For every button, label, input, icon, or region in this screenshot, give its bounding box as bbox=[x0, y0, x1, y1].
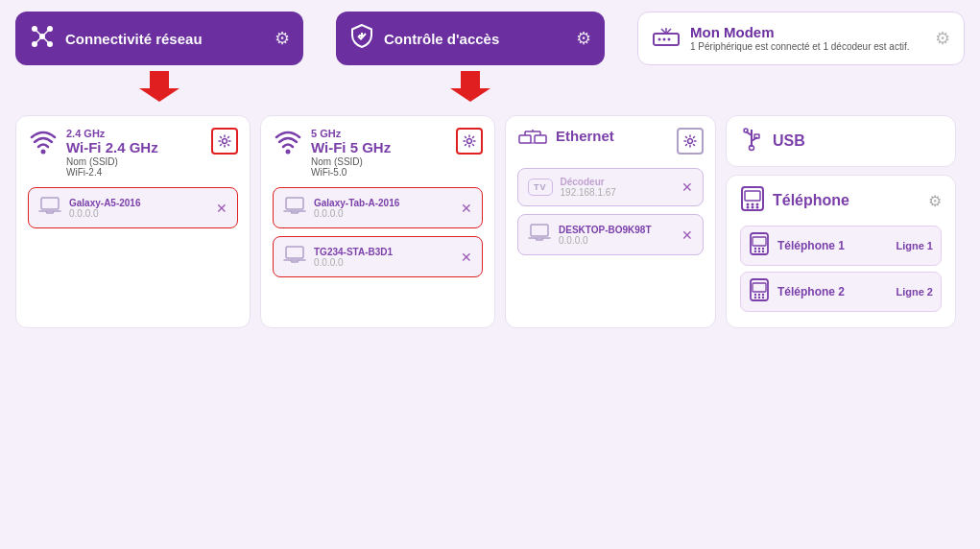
svg-point-37 bbox=[744, 129, 748, 132]
device-galaxy-tab-name: Galaxy-Tab-A-2016 bbox=[314, 198, 453, 208]
modem-gear-icon[interactable]: ⚙ bbox=[935, 28, 950, 49]
svg-point-13 bbox=[663, 38, 666, 41]
device-galaxy-a5-close[interactable]: ✕ bbox=[216, 201, 227, 216]
svg-point-39 bbox=[750, 146, 754, 151]
arrow2-container bbox=[336, 71, 605, 102]
device-tg234-info: TG234-STA-B3D1 0.0.0.0 bbox=[314, 247, 453, 268]
device-galaxy-tab-ip: 0.0.0.0 bbox=[314, 208, 453, 219]
telephone-2-line: Ligne 2 bbox=[896, 286, 933, 298]
ethernet-title-block: Ethernet bbox=[556, 128, 669, 145]
svg-rect-41 bbox=[745, 191, 760, 201]
shield-icon bbox=[349, 23, 374, 54]
svg-point-53 bbox=[754, 251, 756, 252]
device-tg234-name: TG234-STA-B3D1 bbox=[314, 247, 453, 257]
device-decodeur-name: Décodeur bbox=[561, 177, 674, 187]
wifi5-name: WiFi-5.0 bbox=[311, 167, 448, 178]
device-desktop-info: DESKTOP-BO9K98T 0.0.0.0 bbox=[559, 225, 674, 246]
laptop-icon-2 bbox=[283, 196, 306, 220]
device-tg234: TG234-STA-B3D1 0.0.0.0 ✕ bbox=[273, 236, 483, 277]
telephone-line-1: Téléphone 1 Ligne 1 bbox=[740, 226, 942, 266]
svg-rect-24 bbox=[286, 247, 303, 258]
svg-point-19 bbox=[223, 139, 227, 144]
svg-point-42 bbox=[747, 203, 750, 206]
telephone-panel: Téléphone ⚙ Téléph bbox=[726, 175, 956, 328]
usb-panel: USB bbox=[726, 115, 956, 167]
svg-point-54 bbox=[758, 251, 760, 252]
wifi24-title: Wi-Fi 2.4 GHz bbox=[66, 139, 203, 156]
arrow-down-1 bbox=[139, 71, 179, 102]
device-decodeur-ip: 192.168.1.67 bbox=[561, 187, 674, 198]
svg-point-52 bbox=[762, 248, 764, 250]
svg-point-62 bbox=[758, 297, 760, 298]
svg-point-32 bbox=[688, 139, 693, 144]
tv-icon: TV bbox=[528, 179, 553, 196]
device-galaxy-tab: Galaxy-Tab-A-2016 0.0.0.0 ✕ bbox=[273, 187, 483, 228]
svg-point-60 bbox=[762, 294, 764, 296]
svg-point-12 bbox=[658, 38, 661, 41]
svg-point-50 bbox=[754, 248, 756, 250]
wifi24-freq: 2.4 GHz bbox=[66, 128, 203, 139]
arrows-row bbox=[0, 69, 980, 106]
laptop-icon-3 bbox=[283, 245, 306, 269]
svg-rect-23 bbox=[286, 198, 303, 209]
wifi24-title-block: 2.4 GHz Wi-Fi 2.4 GHz Nom (SSID) WiFi-2.… bbox=[66, 128, 203, 178]
ethernet-title: Ethernet bbox=[556, 128, 669, 145]
svg-rect-11 bbox=[654, 34, 679, 45]
wifi5-freq: 5 GHz bbox=[311, 128, 448, 139]
svg-point-22 bbox=[467, 139, 472, 144]
access-control-title: Contrôle d'accès bbox=[384, 31, 566, 47]
ethernet-header: Ethernet bbox=[517, 128, 704, 158]
access-control-gear-icon[interactable]: ⚙ bbox=[576, 28, 591, 49]
connectivity-title: Connectivité réseau bbox=[65, 31, 265, 47]
telephone-gear-icon[interactable]: ⚙ bbox=[928, 192, 942, 210]
device-tg234-ip: 0.0.0.0 bbox=[314, 257, 453, 268]
wifi24-gear-button[interactable] bbox=[211, 128, 238, 155]
svg-rect-26 bbox=[535, 135, 546, 143]
arrow-down-2 bbox=[450, 71, 490, 102]
device-decodeur-info: Décodeur 192.168.1.67 bbox=[561, 177, 674, 198]
svg-line-7 bbox=[35, 36, 42, 44]
wifi5-gear-button[interactable] bbox=[456, 128, 483, 155]
ethernet-icon bbox=[517, 128, 548, 158]
svg-rect-25 bbox=[519, 135, 531, 143]
wifi5-title-block: 5 GHz Wi-Fi 5 GHz Nom (SSID) WiFi-5.0 bbox=[311, 128, 448, 178]
wifi5-header: 5 GHz Wi-Fi 5 GHz Nom (SSID) WiFi-5.0 bbox=[273, 128, 483, 178]
device-galaxy-a5-ip: 0.0.0.0 bbox=[69, 208, 208, 219]
svg-rect-38 bbox=[754, 134, 759, 138]
device-galaxy-a5: Galaxy-A5-2016 0.0.0.0 ✕ bbox=[28, 187, 238, 228]
access-control-card[interactable]: Contrôle d'accès ⚙ bbox=[336, 12, 605, 65]
svg-rect-57 bbox=[753, 283, 766, 292]
modem-title: Mon Modem bbox=[690, 24, 925, 40]
svg-line-6 bbox=[42, 29, 50, 36]
svg-rect-49 bbox=[753, 237, 766, 246]
device-desktop-name: DESKTOP-BO9K98T bbox=[559, 225, 674, 235]
svg-point-55 bbox=[762, 251, 764, 252]
header-section: Connectivité réseau ⚙ Contrôle d'accès ⚙ bbox=[0, 0, 980, 69]
wifi24-header: 2.4 GHz Wi-Fi 2.4 GHz Nom (SSID) WiFi-2.… bbox=[28, 128, 238, 178]
phone-device-icon-2 bbox=[749, 278, 770, 305]
svg-rect-33 bbox=[531, 225, 548, 236]
wifi24-name: WiFi-2.4 bbox=[66, 167, 203, 178]
svg-line-5 bbox=[35, 29, 42, 36]
telephone-icon bbox=[740, 185, 765, 216]
svg-point-44 bbox=[756, 203, 759, 206]
main-panels: 2.4 GHz Wi-Fi 2.4 GHz Nom (SSID) WiFi-2.… bbox=[0, 107, 980, 340]
arrow1-container bbox=[15, 71, 303, 102]
device-desktop-close[interactable]: ✕ bbox=[681, 227, 693, 243]
svg-point-18 bbox=[41, 150, 46, 155]
device-decodeur-close[interactable]: ✕ bbox=[681, 179, 693, 195]
device-desktop-ip: 0.0.0.0 bbox=[559, 235, 674, 246]
device-tg234-close[interactable]: ✕ bbox=[461, 250, 472, 265]
telephone-header: Téléphone ⚙ bbox=[740, 185, 942, 216]
wifi24-icon bbox=[28, 128, 59, 161]
svg-point-46 bbox=[752, 206, 754, 209]
connectivity-card[interactable]: Connectivité réseau ⚙ bbox=[15, 12, 303, 65]
modem-card[interactable]: Mon Modem 1 Périphérique est connecté et… bbox=[637, 12, 965, 65]
connectivity-gear-icon[interactable]: ⚙ bbox=[275, 28, 290, 49]
ethernet-gear-button[interactable] bbox=[677, 128, 704, 155]
telephone-line-2: Téléphone 2 Ligne 2 bbox=[740, 272, 942, 312]
phone-device-icon-1 bbox=[749, 232, 770, 259]
device-galaxy-tab-close[interactable]: ✕ bbox=[461, 201, 472, 216]
svg-point-63 bbox=[762, 297, 764, 298]
wifi5-panel: 5 GHz Wi-Fi 5 GHz Nom (SSID) WiFi-5.0 bbox=[260, 115, 495, 328]
